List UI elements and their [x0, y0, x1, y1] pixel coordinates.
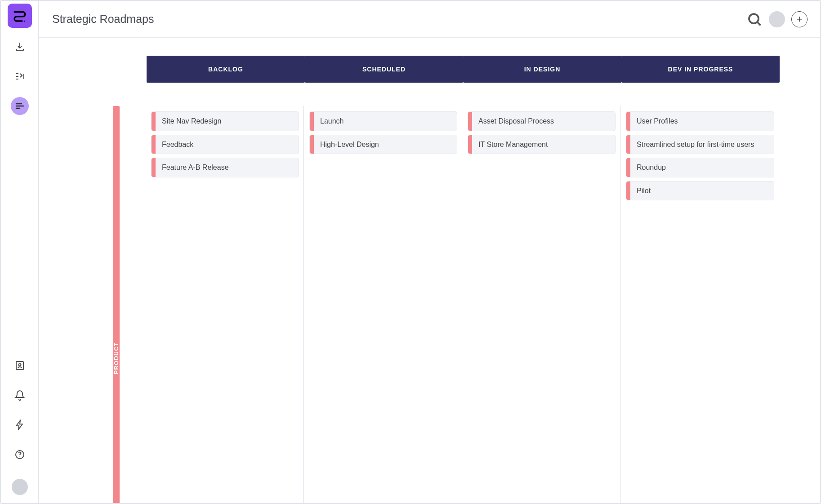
help-icon[interactable] [11, 446, 29, 464]
card[interactable]: IT Store Management [468, 135, 616, 155]
swimlane-product: PRODUCT Site Nav Redesign Feedback Featu… [113, 106, 780, 503]
board-scroll[interactable]: BACKLOG SCHEDULED IN DESIGN DEV IN PROGR… [39, 38, 820, 503]
card[interactable]: Site Nav Redesign [151, 111, 299, 131]
card-text: High-Level Design [314, 135, 385, 154]
header-spacer [113, 56, 147, 94]
card-stripe [468, 135, 472, 154]
card-stripe [468, 112, 472, 131]
search-icon[interactable] [746, 11, 763, 27]
card[interactable]: Roundup [626, 158, 774, 177]
main-area: Strategic Roadmaps + BACKLOG SCHEDULED I… [39, 1, 820, 503]
contacts-icon[interactable] [11, 357, 29, 375]
board-grid: BACKLOG SCHEDULED IN DESIGN DEV IN PROGR… [113, 56, 780, 503]
svg-point-0 [24, 21, 25, 22]
card-stripe [626, 181, 630, 200]
bolt-icon[interactable] [11, 416, 29, 434]
card-stripe [152, 112, 156, 131]
card-text: Streamlined setup for first-time users [630, 135, 760, 154]
card[interactable]: User Profiles [626, 111, 774, 131]
sidebar-avatar[interactable] [12, 479, 28, 495]
column-header-in-design[interactable]: IN DESIGN [463, 56, 621, 83]
cell-product-backlog[interactable]: Site Nav Redesign Feedback Feature A-B R… [147, 106, 304, 503]
svg-point-5 [749, 14, 759, 23]
card-stripe [152, 135, 156, 154]
column-header-backlog[interactable]: BACKLOG [147, 56, 305, 83]
cell-product-in-design[interactable]: Asset Disposal Process IT Store Manageme… [463, 106, 620, 503]
card-stripe [626, 135, 630, 154]
card-stripe [626, 112, 630, 131]
card[interactable]: Pilot [626, 181, 774, 201]
column-header-scheduled[interactable]: SCHEDULED [305, 56, 463, 83]
card-text: Roundup [630, 158, 672, 177]
card[interactable]: Feature A-B Release [151, 158, 299, 177]
add-button[interactable]: + [791, 11, 808, 27]
roadmap-view-icon[interactable] [11, 97, 29, 115]
header-actions: + [746, 11, 808, 27]
card-stripe [152, 158, 156, 177]
svg-point-4 [19, 456, 20, 457]
svg-point-2 [18, 364, 21, 366]
card[interactable]: High-Level Design [309, 135, 457, 155]
card[interactable]: Streamlined setup for first-time users [626, 135, 774, 155]
list-arrow-icon[interactable] [11, 67, 29, 85]
card-text: Pilot [630, 181, 657, 200]
card[interactable]: Asset Disposal Process [468, 111, 616, 131]
cell-product-scheduled[interactable]: Launch High-Level Design [305, 106, 462, 503]
notifications-icon[interactable] [11, 386, 29, 404]
card[interactable]: Launch [309, 111, 457, 131]
card-stripe [310, 135, 314, 154]
swimlane-label-product-wrap: PRODUCT [113, 106, 147, 503]
logo-icon [12, 8, 27, 23]
import-icon[interactable] [11, 38, 29, 56]
card-text: Site Nav Redesign [156, 112, 228, 131]
card-text: User Profiles [630, 112, 684, 131]
card-stripe [310, 112, 314, 131]
card-text: Asset Disposal Process [472, 112, 560, 131]
card-text: IT Store Management [472, 135, 554, 154]
card-text: Launch [314, 112, 350, 131]
swimlane-label-product[interactable]: PRODUCT [113, 106, 120, 503]
card-text: Feedback [156, 135, 200, 154]
app-logo[interactable] [8, 4, 32, 28]
board: BACKLOG SCHEDULED IN DESIGN DEV IN PROGR… [39, 56, 820, 503]
header-avatar[interactable] [769, 11, 785, 27]
page-title: Strategic Roadmaps [52, 13, 154, 26]
sidebar [1, 1, 39, 503]
cell-product-dev-in-progress[interactable]: User Profiles Streamlined setup for firs… [621, 106, 779, 503]
card-text: Feature A-B Release [156, 158, 235, 177]
sidebar-bottom-group [11, 357, 29, 495]
sidebar-top-group [11, 38, 29, 115]
column-header-dev-in-progress[interactable]: DEV IN PROGRESS [621, 56, 780, 83]
app-root: Strategic Roadmaps + BACKLOG SCHEDULED I… [0, 0, 821, 504]
card-stripe [626, 158, 630, 177]
card[interactable]: Feedback [151, 135, 299, 155]
column-headers: BACKLOG SCHEDULED IN DESIGN DEV IN PROGR… [113, 56, 780, 94]
header: Strategic Roadmaps + [39, 1, 820, 38]
